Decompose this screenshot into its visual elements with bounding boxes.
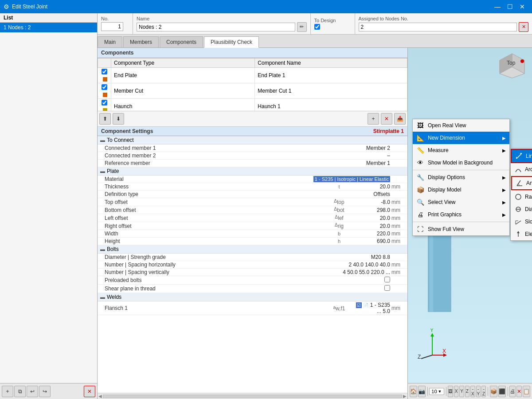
submenu-radius[interactable]: Radius... — [511, 191, 532, 203]
view-ny-button[interactable]: -Y — [476, 386, 481, 397]
svg-line-36 — [517, 180, 520, 186]
components-table: Component Type Component Name End Plate … — [98, 58, 407, 111]
view-box-button[interactable]: 📦 — [490, 386, 497, 397]
minimize-button[interactable]: — — [491, 0, 504, 13]
copy-button[interactable]: ⧉ — [14, 386, 26, 397]
view-render-button[interactable]: ⬛ — [498, 386, 506, 397]
add-button[interactable]: + — [2, 386, 13, 397]
ctx-show-model-bg[interactable]: 👁 Show Model in Background — [413, 156, 509, 169]
new-dimension-icon: 📐 — [416, 134, 424, 142]
group-label: Plate — [107, 168, 119, 174]
comp-row-checkbox[interactable] — [102, 69, 107, 74]
group-label: Bolts — [107, 246, 119, 252]
zoom-control[interactable]: 10 ▼ — [429, 388, 444, 395]
ctx-new-dimension-label: New Dimension — [428, 135, 465, 141]
comp-color-icon — [103, 77, 107, 82]
show-full-view-icon: ⛶ — [416, 225, 424, 233]
view-front-button[interactable]: 🖼 — [448, 386, 453, 397]
view-close-button[interactable]: ✕ — [516, 386, 522, 397]
view-print-button[interactable]: 🖨 — [509, 386, 516, 397]
ctx-display-model[interactable]: 📦 Display Model ▶ — [413, 184, 509, 196]
view-x-button[interactable]: X — [454, 386, 458, 397]
settings-row: Diameter | Strength grade M20 8.8 — [98, 254, 407, 261]
view-nz-button[interactable]: -Z — [481, 386, 486, 397]
view-nx-button[interactable]: -X — [470, 386, 475, 397]
group-plate[interactable]: ▬ Plate — [98, 167, 407, 176]
comp-add[interactable]: + — [368, 113, 379, 125]
ctx-display-options[interactable]: 🔧 Display Options ▶ — [413, 171, 509, 184]
view-z-button[interactable]: Z — [465, 386, 469, 397]
ctx-new-dimension[interactable]: 📐 New Dimension ▶ — [413, 132, 509, 144]
settings-row: Bottom offset Δbot 298.0 mm — [98, 206, 407, 214]
submenu-angular[interactable]: Angular... — [511, 176, 532, 190]
linear-icon — [515, 152, 523, 160]
comp-delete[interactable]: ✕ — [381, 113, 392, 125]
comp-move-up[interactable]: ⬆ — [99, 113, 111, 125]
tab-members[interactable]: Members — [123, 36, 159, 47]
comp-type-cell: End Plate — [111, 68, 255, 83]
comp-row-checkbox[interactable] — [102, 84, 107, 90]
submenu-elevation[interactable]: Elevation... — [511, 228, 532, 240]
name-edit-button[interactable]: ✏ — [297, 22, 307, 32]
ctx-open-real-view[interactable]: 🖼 Open Real View — [413, 119, 509, 132]
name-input[interactable] — [137, 23, 295, 31]
table-row[interactable]: Member Cut Member Cut 1 — [98, 83, 407, 99]
col-check — [98, 59, 111, 68]
todesign-field: To Design — [311, 13, 355, 34]
comp-toolbar: ⬆ ⬇ + ✕ 📥 — [98, 111, 407, 127]
undo-button[interactable]: ↩ — [27, 386, 38, 397]
table-row[interactable]: Haunch Haunch 1 — [98, 99, 407, 112]
cube-navigator[interactable]: Top — [498, 51, 527, 82]
view-home-button[interactable]: 🏠 — [410, 386, 417, 397]
close-button[interactable]: ✕ — [516, 0, 528, 13]
select-view-icon: 🔍 — [416, 198, 424, 206]
settings-row: Height h 690.0 mm — [98, 238, 407, 245]
tab-components[interactable]: Components — [160, 36, 203, 47]
tab-plausibility[interactable]: Plausibility Check — [204, 36, 259, 48]
submenu-arc-length[interactable]: Arc Length... — [511, 163, 532, 176]
ctx-measure[interactable]: 📏 Measure ▶ — [413, 144, 509, 156]
submenu-slope[interactable]: Slope... — [511, 215, 532, 228]
delete-button[interactable]: ✕ — [84, 386, 95, 397]
shear-plane-checkbox[interactable] — [384, 285, 390, 291]
comp-import[interactable]: 📥 — [394, 113, 406, 125]
submenu-diameter[interactable]: Diameter... — [511, 203, 532, 215]
display-options-arrow-icon: ▶ — [502, 175, 506, 180]
view-copy-button[interactable]: 📋 — [523, 386, 530, 397]
elevation-icon — [514, 230, 522, 238]
svg-marker-44 — [517, 231, 520, 233]
submenu-radius-label: Radius... — [525, 194, 532, 200]
ctx-open-real-view-label: Open Real View — [428, 122, 466, 129]
todesign-checkbox[interactable] — [314, 24, 320, 30]
ctx-select-view[interactable]: 🔍 Select View ▶ — [413, 196, 509, 208]
context-menu: 🖼 Open Real View 📐 New Dimension ▶ 📏 Mea… — [412, 119, 510, 236]
submenu-elevation-label: Elevation... — [525, 231, 532, 237]
comp-row-checkbox[interactable] — [102, 100, 107, 106]
print-graphics-arrow-icon: ▶ — [502, 212, 506, 217]
comp-name-cell: End Plate 1 — [255, 68, 407, 83]
preloaded-bolts-checkbox[interactable] — [384, 277, 390, 282]
view-iso-button[interactable]: 📷 — [418, 386, 426, 397]
view-y-button[interactable]: Y — [459, 386, 464, 397]
assigned-input[interactable] — [359, 23, 517, 31]
horiz-scrollbar[interactable]: ◀ ▶ — [98, 393, 407, 399]
settings-row: Flansch 1 aw,f1 ☑ 📄 1 - S235 ... 5.0 mm — [98, 301, 407, 315]
table-row[interactable]: End Plate End Plate 1 — [98, 68, 407, 83]
list-item[interactable]: 1 Nodes : 2 — [0, 23, 97, 32]
group-welds[interactable]: ▬ Welds — [98, 293, 407, 301]
group-bolts[interactable]: ▬ Bolts — [98, 245, 407, 254]
ctx-print-graphics[interactable]: 🖨 Print Graphics ▶ — [413, 208, 509, 221]
new-dimension-arrow-icon: ▶ — [502, 136, 506, 141]
no-input[interactable] — [101, 22, 123, 31]
ctx-show-full-view[interactable]: ⛶ Show Full View — [413, 223, 509, 235]
tab-main[interactable]: Main — [98, 36, 122, 47]
group-to-connect[interactable]: ▬ To Connect — [98, 136, 407, 145]
comp-move-down[interactable]: ⬇ — [113, 113, 124, 125]
submenu-linear[interactable]: Linear... ↖ — [511, 149, 532, 163]
maximize-button[interactable]: ☐ — [504, 0, 516, 13]
list-content: 1 Nodes : 2 — [0, 23, 97, 383]
redo-button[interactable]: ↪ — [39, 386, 51, 397]
assigned-clear-button[interactable]: ✕ — [519, 22, 528, 32]
comp-type-cell: Haunch — [111, 99, 255, 112]
settings-row-material: Material 1 - S235 | Isotropic | Linear E… — [98, 176, 407, 183]
